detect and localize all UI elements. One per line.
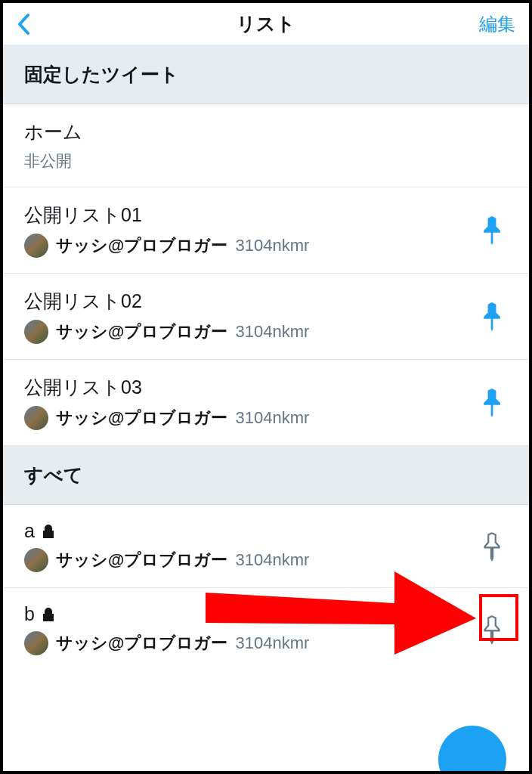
avatar [24,320,48,344]
compose-fab[interactable] [438,726,506,774]
pin-button[interactable] [479,532,505,561]
list-privacy-label: 非公開 [24,150,511,172]
pin-outline-icon [479,615,505,644]
list-item-home[interactable]: ホーム 非公開 [3,104,529,187]
author-name: サッシ@プロブロガー [56,549,227,571]
list-item[interactable]: 公開リスト02 サッシ@プロブロガー 3104nkmr [3,274,529,360]
author-handle: 3104nkmr [235,550,309,570]
chevron-left-icon [17,13,30,36]
pin-icon [479,302,505,331]
pin-button[interactable] [479,389,505,417]
author-handle: 3104nkmr [235,408,309,428]
author-name: サッシ@プロブロガー [56,407,227,429]
list-title: ホーム [24,119,511,144]
page-title: リスト [237,11,295,36]
navbar: リスト 編集 [3,3,529,45]
author-handle: 3104nkmr [235,633,309,653]
section-header-all: すべて [3,446,529,505]
author-name: サッシ@プロブロガー [56,632,227,655]
author-handle: 3104nkmr [235,322,309,342]
pin-button[interactable] [479,302,505,331]
avatar [24,631,48,655]
list-item[interactable]: b サッシ@プロブロガー 3104nkmr [3,588,529,670]
list-title: b [24,603,35,625]
lock-icon [41,607,56,622]
pin-button[interactable] [479,216,505,245]
list-title: 公開リスト01 [24,203,479,228]
avatar [24,548,48,572]
section-header-pinned: 固定したツイート [3,45,529,104]
avatar [24,406,48,430]
list-item[interactable]: 公開リスト03 サッシ@プロブロガー 3104nkmr [3,360,529,446]
lock-icon [41,524,56,539]
list-title: 公開リスト02 [24,289,479,314]
pin-icon [479,389,505,417]
author-name: サッシ@プロブロガー [56,320,227,343]
author-name: サッシ@プロブロガー [56,234,227,257]
edit-button[interactable]: 編集 [470,12,515,36]
avatar [24,234,48,258]
back-button[interactable] [17,13,62,36]
pin-outline-icon [479,532,505,561]
pin-icon [479,216,505,245]
list-item[interactable]: 公開リスト01 サッシ@プロブロガー 3104nkmr [3,187,529,274]
list-title: 公開リスト03 [24,375,479,400]
list-item[interactable]: a サッシ@プロブロガー 3104nkmr [3,505,529,588]
pin-button[interactable] [479,615,505,644]
list-title: a [24,520,35,542]
author-handle: 3104nkmr [235,236,309,255]
